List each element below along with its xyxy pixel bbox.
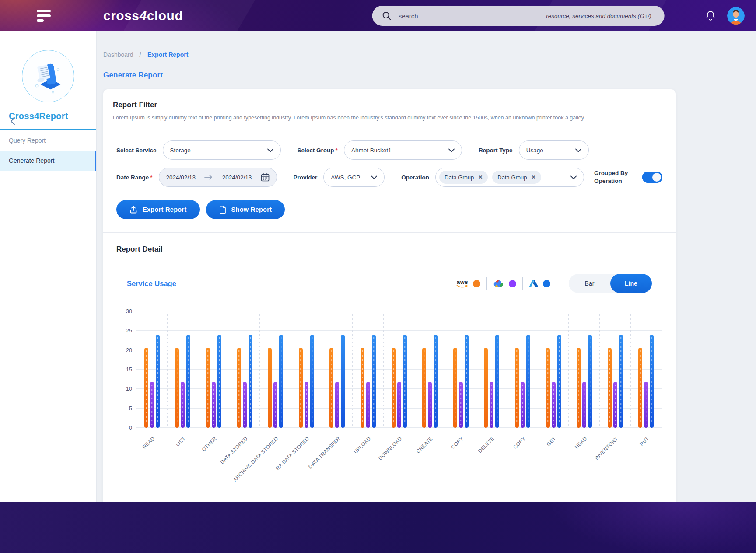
bar-gcp[interactable] xyxy=(459,382,463,428)
select-service-dropdown[interactable]: Storage xyxy=(163,140,281,160)
calendar-icon[interactable] xyxy=(261,173,270,182)
bar-aws[interactable] xyxy=(546,348,550,428)
bar-azure[interactable] xyxy=(279,335,283,428)
show-report-button[interactable]: Show Report xyxy=(206,200,285,219)
bar-aws[interactable] xyxy=(484,348,488,428)
sidebar-item-generate-report[interactable]: Generate Report xyxy=(0,150,96,171)
bar-aws[interactable] xyxy=(422,348,426,428)
bar-aws[interactable] xyxy=(360,348,364,428)
bar-azure[interactable] xyxy=(310,335,314,428)
bar-azure[interactable] xyxy=(619,335,623,428)
sidebar: Cross4Report Query Report Generate Repor… xyxy=(0,32,97,502)
x-tick-label: CREATE xyxy=(415,436,434,454)
bar-gcp[interactable] xyxy=(490,382,494,428)
bar-gcp[interactable] xyxy=(181,382,185,428)
bar-group xyxy=(198,312,229,428)
breadcrumb-export-report[interactable]: Export Report xyxy=(147,51,188,58)
x-tick-label: DELETE xyxy=(477,436,495,454)
bar-gcp[interactable] xyxy=(335,382,339,428)
bar-azure[interactable] xyxy=(650,335,654,428)
grouped-by-operation-toggle[interactable] xyxy=(642,172,662,183)
bar-aws[interactable] xyxy=(299,348,303,428)
select-group-dropdown[interactable]: Ahmet Bucket1 xyxy=(344,140,462,160)
bar-aws[interactable] xyxy=(144,348,148,428)
search-hint: resource, services and documents (G+/) xyxy=(546,13,651,19)
date-end[interactable]: 2024/02/13 xyxy=(222,174,252,181)
bar-gcp[interactable] xyxy=(582,382,586,428)
bar-aws[interactable] xyxy=(515,348,519,428)
app-root: cross4cloud resource, services and docum… xyxy=(0,0,756,553)
sidebar-collapse-icon[interactable] xyxy=(10,117,19,126)
sidebar-item-label: Generate Report xyxy=(9,157,54,164)
bar-gcp[interactable] xyxy=(366,382,370,428)
bar-gcp[interactable] xyxy=(243,382,247,428)
bar-azure[interactable] xyxy=(248,335,252,428)
bar-group xyxy=(322,312,353,428)
notifications-bell-icon[interactable] xyxy=(705,10,716,21)
bar-gcp[interactable] xyxy=(273,382,277,428)
global-search[interactable]: resource, services and documents (G+/) xyxy=(372,6,665,26)
toggle-bar-button[interactable]: Bar xyxy=(569,274,610,293)
chevron-down-icon xyxy=(448,148,455,152)
x-tick-label: OTHER xyxy=(201,436,217,452)
bar-group xyxy=(445,312,476,428)
bar-aws[interactable] xyxy=(206,348,210,428)
bar-azure[interactable] xyxy=(372,335,376,428)
bar-azure[interactable] xyxy=(588,335,592,428)
date-start[interactable]: 2024/02/13 xyxy=(166,174,196,181)
bar-aws[interactable] xyxy=(392,348,396,428)
bar-group xyxy=(291,312,322,428)
bar-aws[interactable] xyxy=(453,348,457,428)
bar-aws[interactable] xyxy=(237,348,241,428)
bar-gcp[interactable] xyxy=(304,382,308,428)
export-report-button[interactable]: Export Report xyxy=(116,200,200,219)
chart-y-axis: 051015202530 xyxy=(116,312,136,428)
select-group-label: Select Group* xyxy=(298,147,338,154)
bar-azure[interactable] xyxy=(465,335,469,428)
sidebar-item-query-report[interactable]: Query Report xyxy=(0,130,96,150)
bar-azure[interactable] xyxy=(434,335,438,428)
legend-separator xyxy=(522,277,523,290)
y-tick-label: 25 xyxy=(126,328,132,334)
bar-gcp[interactable] xyxy=(428,382,432,428)
search-input[interactable] xyxy=(398,12,546,20)
bar-aws[interactable] xyxy=(268,348,272,428)
bar-azure[interactable] xyxy=(526,335,530,428)
bar-gcp[interactable] xyxy=(613,382,617,428)
bar-aws[interactable] xyxy=(175,348,179,428)
bar-azure[interactable] xyxy=(557,335,561,428)
bar-aws[interactable] xyxy=(577,348,581,428)
bar-aws[interactable] xyxy=(638,348,642,428)
bar-aws[interactable] xyxy=(329,348,333,428)
bar-azure[interactable] xyxy=(217,335,221,428)
provider-dropdown[interactable]: AWS, GCP xyxy=(323,168,385,187)
operation-label: Operation xyxy=(401,174,429,181)
bar-group xyxy=(229,312,260,428)
bar-gcp[interactable] xyxy=(521,382,525,428)
report-type-dropdown[interactable]: Usage xyxy=(519,140,589,160)
chart-title: Service Usage xyxy=(127,280,176,288)
chip-remove-icon[interactable]: ✕ xyxy=(532,174,536,180)
bar-azure[interactable] xyxy=(495,335,499,428)
x-tick-label: LIST xyxy=(175,436,187,448)
bar-gcp[interactable] xyxy=(212,382,216,428)
bar-gcp[interactable] xyxy=(552,382,556,428)
breadcrumb-dashboard[interactable]: Dashboard xyxy=(103,51,133,58)
bar-aws[interactable] xyxy=(608,348,612,428)
date-range-input[interactable]: 2024/02/13 2024/02/13 xyxy=(159,168,277,187)
bar-azure[interactable] xyxy=(403,335,407,428)
bar-gcp[interactable] xyxy=(397,382,401,428)
service-usage-chart: 051015202530 READLISTOTHERDATA STOREDARC… xyxy=(116,312,662,494)
bar-azure[interactable] xyxy=(341,335,345,428)
bar-azure[interactable] xyxy=(186,335,190,428)
bar-gcp[interactable] xyxy=(644,382,648,428)
user-avatar[interactable] xyxy=(727,7,745,24)
chip-remove-icon[interactable]: ✕ xyxy=(478,174,483,180)
bar-azure[interactable] xyxy=(156,335,160,428)
bar-gcp[interactable] xyxy=(150,382,154,428)
filter-form: Select Service Storage Select Group* Ahm… xyxy=(103,129,676,232)
chart-view-toggle: Bar Line xyxy=(569,274,652,293)
toggle-line-button[interactable]: Line xyxy=(610,274,652,293)
hamburger-menu-icon[interactable] xyxy=(37,10,52,22)
operation-multiselect[interactable]: Data Group ✕ Data Group ✕ xyxy=(435,168,584,187)
